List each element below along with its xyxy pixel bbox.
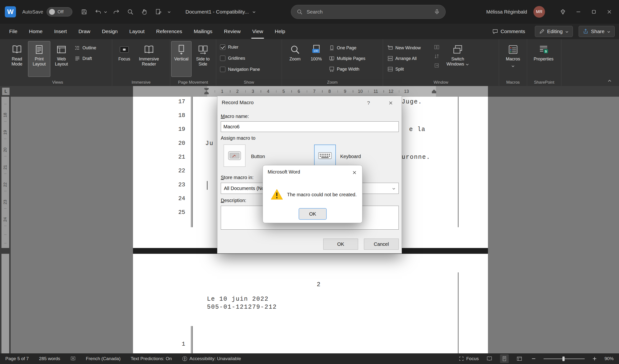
outline-button[interactable]: Outline (72, 42, 98, 53)
search-box[interactable]: Search (291, 5, 446, 19)
split-button[interactable]: Split (385, 64, 431, 74)
tab-home[interactable]: Home (23, 24, 48, 39)
draft-icon (74, 56, 80, 61)
arrange-all-button[interactable]: Arrange All (385, 53, 431, 64)
switch-windows-button[interactable]: Switch Windows (443, 41, 472, 77)
page-width-button[interactable]: Page Width (327, 64, 367, 74)
accessibility-status[interactable]: Accessibility: Unavailable (182, 356, 241, 361)
customize-toolbar-chevron-icon[interactable] (167, 10, 171, 14)
search-placeholder: Search (307, 9, 434, 15)
assign-keyboard-button[interactable] (314, 144, 336, 167)
tab-help[interactable]: Help (269, 24, 291, 39)
read-mode-view-button[interactable] (485, 354, 494, 363)
dialog-help-button[interactable]: ? (363, 98, 375, 107)
zoom-slider[interactable] (544, 358, 585, 359)
word-logo-icon[interactable]: W (5, 6, 16, 17)
tab-file[interactable]: File (3, 24, 23, 39)
collapse-ribbon-button[interactable] (607, 79, 612, 83)
diamond-icon (560, 9, 566, 15)
tab-view[interactable]: View (246, 24, 269, 39)
tab-insert[interactable]: Insert (48, 24, 73, 39)
web-layout-button[interactable]: Web Layout (50, 41, 72, 77)
read-mode-button[interactable]: Read Mode (6, 41, 28, 77)
alert-ok-button[interactable]: OK (299, 208, 327, 220)
features-button[interactable] (555, 0, 571, 24)
gridlines-checkbox[interactable]: Gridlines (219, 53, 261, 64)
tab-design[interactable]: Design (96, 24, 123, 39)
ribbon-group-views: Read Mode Print Layout Web Layout Outlin… (3, 39, 112, 86)
web-layout-view-button[interactable] (515, 354, 524, 363)
new-window-button[interactable]: New Window (385, 42, 431, 53)
avatar[interactable]: MR (534, 6, 545, 18)
zoom-slider-thumb[interactable] (563, 356, 565, 361)
side-to-side-button[interactable]: Side to Side (192, 41, 214, 77)
multiple-pages-button[interactable]: Multiple Pages (327, 53, 367, 64)
reset-window-position-button[interactable] (431, 61, 442, 70)
autosave-toggle[interactable]: Off (47, 7, 72, 16)
close-button[interactable] (602, 0, 617, 24)
macros-button[interactable]: Macros (502, 41, 524, 77)
ruler-checkbox[interactable]: Ruler (219, 42, 261, 53)
group-label-macros: Macros (499, 80, 527, 85)
touch-mode-button[interactable] (139, 7, 149, 17)
zoom-button[interactable]: Zoom (284, 41, 306, 77)
undo-button[interactable] (93, 7, 103, 17)
one-page-button[interactable]: One Page (327, 42, 367, 53)
dialog-close-button[interactable] (384, 98, 397, 107)
word-count[interactable]: 285 words (39, 356, 60, 361)
share-button[interactable]: Share (579, 26, 615, 37)
maximize-button[interactable] (586, 0, 602, 24)
comments-button[interactable]: Comments (488, 26, 529, 37)
focus-mode-button[interactable]: Focus (459, 356, 479, 361)
zoom-out-button[interactable] (530, 355, 537, 362)
text-predictions[interactable]: Text Predictions: On (131, 356, 172, 361)
alert-close-button[interactable] (349, 168, 360, 177)
document-page-2[interactable]: 2 Le 10 juin 2022 505-01-121279-212 1 (133, 254, 488, 353)
zoom-percentage[interactable]: 90% (605, 356, 614, 361)
tab-mailings[interactable]: Mailings (188, 24, 218, 39)
button-icon (227, 150, 242, 161)
editor-button[interactable] (153, 7, 163, 17)
undo-menu-chevron-icon[interactable] (104, 10, 107, 14)
page-indicator[interactable]: Page 5 of 7 (5, 356, 29, 361)
macro-name-input[interactable] (221, 121, 399, 132)
zoom-in-button[interactable] (591, 355, 598, 362)
tab-layout[interactable]: Layout (124, 24, 150, 39)
synchronous-scrolling-icon (434, 53, 440, 59)
focus-button[interactable]: Focus (115, 41, 134, 77)
find-button[interactable] (125, 7, 135, 17)
assign-button-button[interactable] (224, 144, 245, 167)
microphone-icon[interactable] (434, 9, 440, 15)
tab-selector[interactable]: L (2, 87, 10, 95)
synchronous-scrolling-button[interactable] (431, 52, 442, 61)
view-side-by-side-button[interactable] (431, 42, 442, 52)
proofing-status[interactable] (70, 356, 76, 361)
properties-button[interactable]: S Properties (530, 41, 558, 77)
tab-draw[interactable]: Draw (72, 24, 96, 39)
minimize-button[interactable] (571, 0, 586, 24)
print-layout-button[interactable]: Print Layout (28, 41, 50, 77)
zoom-icon (290, 44, 300, 55)
print-layout-view-button[interactable] (500, 354, 509, 363)
redo-button[interactable] (111, 7, 121, 17)
editing-mode-button[interactable]: Editing (535, 26, 573, 37)
draft-button[interactable]: Draft (72, 53, 98, 64)
horizontal-ruler[interactable]: L 1 2 3 4 5 6 7 8 9 10 11 12 13 (0, 86, 619, 97)
zoom-100-button[interactable]: 100 100% (306, 41, 327, 77)
navigation-pane-checkbox[interactable]: Navigation Pane (219, 64, 261, 75)
record-macro-cancel-button[interactable]: Cancel (364, 238, 399, 250)
record-macro-ok-button[interactable]: OK (323, 238, 358, 250)
svg-text:100: 100 (313, 49, 318, 53)
language-indicator[interactable]: French (Canada) (86, 356, 121, 361)
document-title[interactable]: Document1 - Compatibility... (185, 0, 256, 24)
vertical-button[interactable]: Vertical (171, 41, 192, 77)
save-icon (81, 8, 87, 15)
tab-references[interactable]: References (150, 24, 188, 39)
titlebar-right: Mélissa Régimbald MR (486, 0, 617, 24)
tab-review[interactable]: Review (218, 24, 246, 39)
word-window: W AutoSave Off (0, 0, 619, 364)
undo-split-button[interactable] (93, 7, 107, 17)
save-button[interactable] (79, 7, 89, 17)
immersive-reader-button[interactable]: Immersive Reader (134, 41, 164, 77)
vertical-ruler[interactable]: 18 19 20 21 22 23 24 (0, 97, 11, 353)
